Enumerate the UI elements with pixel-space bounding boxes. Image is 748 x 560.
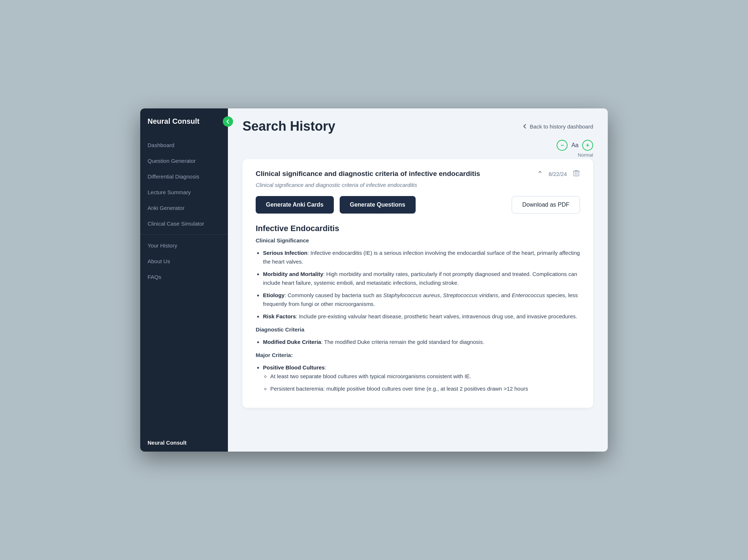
collapse-icon[interactable]: ⌃ bbox=[537, 170, 543, 178]
font-decrease-button[interactable]: − bbox=[557, 140, 568, 151]
list-item: Etiology: Commonly caused by bacteria su… bbox=[263, 291, 580, 308]
bullet-text: : Commonly caused by bacteria such as St… bbox=[263, 292, 578, 307]
sidebar-item-dashboard[interactable]: Dashboard bbox=[140, 137, 228, 153]
bullet-term: Etiology bbox=[263, 292, 285, 298]
card-title: Clinical significance and diagnostic cri… bbox=[256, 170, 537, 178]
sidebar-nav: Dashboard Question Generator Differentia… bbox=[140, 134, 228, 434]
font-increase-button[interactable]: + bbox=[582, 140, 593, 151]
back-link-label: Back to history dashboard bbox=[530, 123, 593, 130]
svg-rect-0 bbox=[574, 171, 579, 176]
page-title: Search History bbox=[243, 119, 335, 134]
content-area: Infective Endocarditis Clinical Signific… bbox=[256, 224, 580, 393]
content-main-heading: Infective Endocarditis bbox=[256, 224, 580, 233]
sidebar-bottom: Neural Consult bbox=[140, 434, 228, 452]
card-date: 8/22/24 bbox=[549, 171, 567, 177]
card-subtitle: Clinical significance and diagnostic cri… bbox=[256, 182, 580, 188]
search-result-card: Clinical significance and diagnostic cri… bbox=[243, 159, 593, 408]
card-header: Clinical significance and diagnostic cri… bbox=[256, 169, 580, 178]
font-label: Aa bbox=[571, 142, 579, 149]
bullet-text: : bbox=[325, 364, 326, 371]
bullet-term: Serious Infection bbox=[263, 250, 308, 256]
bullet-term: Positive Blood Cultures bbox=[263, 364, 325, 371]
list-item: Morbidity and Mortality: High morbidity … bbox=[263, 270, 580, 287]
bullet-text: : The modified Duke criteria remain the … bbox=[321, 339, 484, 345]
sidebar-item-anki-generator[interactable]: Anki Generator bbox=[140, 200, 228, 216]
app-window: Neural Consult Dashboard Question Genera… bbox=[140, 108, 608, 452]
main-content: Search History Back to history dashboard… bbox=[228, 108, 608, 452]
sidebar-item-about-us[interactable]: About Us bbox=[140, 253, 228, 269]
sidebar-item-clinical-case-simulator[interactable]: Clinical Case Simulator bbox=[140, 216, 228, 231]
sidebar-brand-area: Neural Consult bbox=[140, 108, 228, 134]
clinical-significance-list: Serious Infection: Infective endocarditi… bbox=[256, 249, 580, 321]
section1-heading: Clinical Significance bbox=[256, 236, 580, 245]
sidebar-bottom-brand: Neural Consult bbox=[148, 440, 187, 446]
sidebar-item-your-history[interactable]: Your History bbox=[140, 238, 228, 253]
bullet-term: Risk Factors bbox=[263, 313, 296, 319]
bullet-text: : Include pre-existing valvular heart di… bbox=[296, 313, 577, 319]
list-item: Risk Factors: Include pre-existing valvu… bbox=[263, 312, 580, 321]
diagnostic-criteria-list: Modified Duke Criteria: The modified Duk… bbox=[256, 338, 580, 346]
action-buttons: Generate Anki Cards Generate Questions D… bbox=[256, 196, 580, 214]
font-size-label: Normal bbox=[228, 152, 608, 159]
sub-list: At least two separate blood cultures wit… bbox=[263, 372, 580, 393]
sidebar-item-lecture-summary[interactable]: Lecture Summary bbox=[140, 184, 228, 200]
major-criteria-title: Major Criteria: bbox=[256, 351, 580, 360]
delete-button[interactable] bbox=[573, 169, 580, 178]
download-pdf-button[interactable]: Download as PDF bbox=[512, 196, 580, 214]
chevron-left-icon bbox=[522, 123, 528, 129]
list-item: Modified Duke Criteria: The modified Duk… bbox=[263, 338, 580, 346]
font-controls-row: − Aa + bbox=[228, 140, 608, 152]
main-header: Search History Back to history dashboard bbox=[228, 108, 608, 140]
sub-list-item: At least two separate blood cultures wit… bbox=[270, 372, 580, 381]
list-item: Positive Blood Cultures: At least two se… bbox=[263, 363, 580, 393]
section2-heading: Diagnostic Criteria bbox=[256, 325, 580, 334]
bullet-term: Modified Duke Criteria bbox=[263, 339, 321, 345]
list-item: Serious Infection: Infective endocarditi… bbox=[263, 249, 580, 266]
sidebar-collapse-button[interactable] bbox=[223, 116, 233, 127]
sidebar-item-differential-diagnosis[interactable]: Differential Diagnosis bbox=[140, 169, 228, 184]
sidebar: Neural Consult Dashboard Question Genera… bbox=[140, 108, 228, 452]
generate-questions-button[interactable]: Generate Questions bbox=[340, 196, 416, 214]
sidebar-item-question-generator[interactable]: Question Generator bbox=[140, 153, 228, 169]
sub-list-item: Persistent bacteremia: multiple positive… bbox=[270, 384, 580, 393]
sidebar-item-faqs[interactable]: FAQs bbox=[140, 269, 228, 285]
sidebar-brand-name: Neural Consult bbox=[148, 117, 199, 126]
card-header-right: ⌃ 8/22/24 bbox=[537, 169, 580, 178]
back-to-history-link[interactable]: Back to history dashboard bbox=[522, 123, 593, 130]
main-body: Clinical significance and diagnostic cri… bbox=[228, 159, 608, 452]
sidebar-divider bbox=[140, 234, 228, 235]
bullet-text: : Infective endocarditis (IE) is a serio… bbox=[263, 250, 580, 265]
major-criteria-list: Positive Blood Cultures: At least two se… bbox=[256, 363, 580, 393]
bullet-term: Morbidity and Mortality bbox=[263, 271, 323, 277]
generate-anki-cards-button[interactable]: Generate Anki Cards bbox=[256, 196, 334, 214]
